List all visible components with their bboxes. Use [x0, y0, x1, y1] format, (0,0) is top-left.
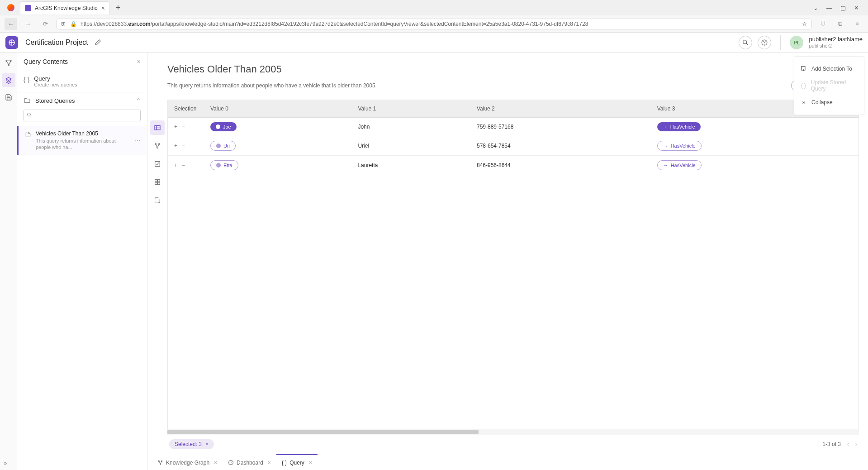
tab-close-icon[interactable]: ×	[101, 5, 105, 12]
add-row-icon[interactable]: +	[174, 124, 177, 130]
table-row[interactable]: +−UriUriel578-654-7854→HasVehicle	[168, 136, 859, 156]
expand-bottom-icon[interactable]: »	[4, 460, 7, 466]
rail-save-icon[interactable]	[2, 91, 15, 104]
query-section-title: Query	[34, 75, 141, 82]
reload-button[interactable]: ⟳	[39, 18, 52, 30]
document-icon	[25, 131, 31, 151]
table-row[interactable]: +−EttaLauretta846-956-8644→HasVehicle	[168, 156, 859, 175]
nav-bar: ← → ⟳ ⛨ 🔒 https://dev0028833.esri.com/po…	[0, 15, 868, 33]
close-icon[interactable]: ×	[309, 460, 312, 466]
tab-bar: ArcGIS Knowledge Studio × + ⌄ — ▢ ✕	[0, 0, 868, 15]
window-controls: ⌄ — ▢ ✕	[813, 5, 864, 11]
braces-icon: { }	[801, 82, 806, 89]
new-tab-button[interactable]: +	[112, 1, 124, 14]
rail-layers-icon[interactable]	[2, 73, 15, 87]
col-value-0[interactable]: Value 0	[204, 100, 351, 118]
browser-tab[interactable]: ArcGIS Knowledge Studio ×	[20, 1, 110, 14]
horizontal-scrollbar[interactable]	[167, 429, 859, 435]
menu-icon[interactable]: ≡	[851, 18, 863, 30]
view-card-icon[interactable]	[150, 193, 165, 207]
cell-value-1: Uriel	[351, 136, 470, 156]
view-table-icon[interactable]	[150, 120, 165, 135]
help-button[interactable]	[758, 36, 771, 49]
table-row[interactable]: +−JoeJohn759-889-57168→HasVehicle	[168, 118, 859, 136]
user-sub: publisher2	[809, 43, 863, 49]
relationship-chip[interactable]: →HasVehicle	[657, 160, 702, 170]
query-section-sub: Create new queries	[34, 82, 141, 87]
search-button[interactable]	[739, 36, 752, 49]
view-map-icon[interactable]	[150, 157, 165, 171]
view-graph-icon[interactable]	[150, 139, 165, 153]
cell-value-2: 846-956-8644	[470, 156, 651, 175]
remove-row-icon[interactable]: −	[182, 162, 185, 168]
more-icon[interactable]: ⋯	[135, 137, 141, 144]
relationship-chip[interactable]: →HasVehicle	[657, 122, 701, 131]
sidebar-close-icon[interactable]: ×	[137, 58, 141, 65]
firefox-icon	[7, 4, 14, 11]
pager-text: 1-3 of 3	[822, 441, 841, 447]
actions-panel: Add Selection To { } Update Stored Query…	[794, 56, 864, 115]
entity-chip[interactable]: Joe	[210, 122, 237, 131]
svg-rect-13	[155, 180, 157, 182]
tab-dashboard[interactable]: Dashboard ×	[223, 454, 276, 470]
view-chart-icon[interactable]	[150, 175, 165, 189]
bookmark-star-icon[interactable]: ☆	[802, 21, 807, 27]
entity-chip[interactable]: Etta	[210, 160, 238, 170]
stored-query-desc: This query returns information about peo…	[36, 138, 130, 151]
edit-title-button[interactable]	[95, 39, 101, 46]
svg-rect-18	[802, 67, 805, 70]
view-rail	[147, 53, 167, 454]
user-avatar[interactable]: PL	[790, 36, 803, 49]
col-value-1[interactable]: Value 1	[351, 100, 470, 118]
pocket-icon[interactable]: ⛉	[816, 18, 829, 30]
sidebar-query-section[interactable]: { } Query Create new queries	[17, 71, 147, 92]
add-row-icon[interactable]: +	[174, 143, 177, 149]
stored-queries-search-input[interactable]	[24, 110, 141, 121]
back-button[interactable]: ←	[5, 18, 17, 30]
sidebar-title: Query Contents	[24, 58, 68, 65]
pager-next-icon[interactable]: ›	[855, 441, 857, 447]
tab-query[interactable]: { } Query ×	[276, 454, 318, 470]
add-row-icon[interactable]: +	[174, 162, 177, 168]
close-icon[interactable]: ×	[268, 460, 271, 466]
entity-chip[interactable]: Uri	[210, 141, 236, 151]
stored-query-item[interactable]: Vehicles Older Than 2005 This query retu…	[17, 126, 147, 155]
col-value-2[interactable]: Value 2	[470, 100, 651, 118]
remove-row-icon[interactable]: −	[182, 124, 185, 130]
braces-icon: { }	[24, 76, 29, 83]
relationship-chip[interactable]: →HasVehicle	[657, 141, 702, 151]
dot-icon	[216, 144, 221, 148]
extensions-icon[interactable]: ⧉	[834, 18, 846, 30]
close-icon[interactable]: ×	[214, 460, 217, 466]
svg-point-1	[743, 40, 747, 43]
main-content: Vehicles Older Than 2005 This query retu…	[167, 53, 868, 454]
forward-button[interactable]: →	[22, 18, 34, 30]
add-selection-to-button[interactable]: Add Selection To	[794, 62, 864, 76]
minimize-icon[interactable]: —	[826, 5, 832, 11]
clear-selection-icon[interactable]: ×	[205, 441, 209, 447]
shield-icon: ⛨	[61, 21, 66, 27]
remove-row-icon[interactable]: −	[182, 143, 185, 149]
tab-knowledge-graph[interactable]: Knowledge Graph ×	[152, 454, 223, 470]
folder-icon	[24, 97, 31, 104]
maximize-icon[interactable]: ▢	[840, 5, 846, 11]
dropdown-icon[interactable]: ⌄	[813, 5, 818, 11]
arrow-icon: →	[663, 143, 668, 149]
cell-value-1: Lauretta	[351, 156, 470, 175]
arrow-icon: →	[663, 124, 668, 129]
results-table: Selection Value 0 Value 1 Value 2 Value …	[168, 100, 859, 175]
close-window-icon[interactable]: ✕	[854, 5, 859, 11]
selected-count-chip[interactable]: Selected: 3 ×	[169, 439, 214, 449]
svg-rect-16	[158, 182, 160, 185]
pager-prev-icon[interactable]: ‹	[847, 441, 849, 447]
rail-graph-icon[interactable]	[2, 56, 15, 70]
collapse-button[interactable]: » Collapse	[794, 96, 864, 109]
sidebar-stored-header[interactable]: Stored Queries ⌃	[17, 92, 147, 109]
dot-icon	[216, 125, 220, 129]
url-bar[interactable]: ⛨ 🔒 https://dev0028833.esri.com/portal/a…	[56, 19, 812, 29]
user-info[interactable]: publisher2 lastName publisher2	[809, 36, 863, 49]
tab-favicon-icon	[25, 5, 31, 11]
app-logo-icon[interactable]	[5, 36, 18, 49]
col-selection[interactable]: Selection	[168, 100, 204, 118]
chevron-up-icon[interactable]: ⌃	[136, 97, 141, 104]
